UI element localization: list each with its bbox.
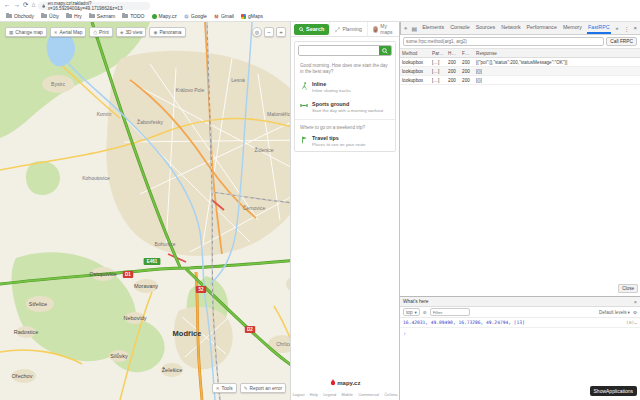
- drawer-tab[interactable]: What's here: [403, 299, 428, 304]
- frpc-table-row[interactable]: lookupbox[…]200200[{}]: [400, 76, 640, 85]
- zoom-in-button[interactable]: +: [276, 27, 286, 37]
- devtools-tab-network[interactable]: Network: [500, 22, 521, 34]
- screen: ← → ⟳ ⌂ en.mapy.cz/zakladni?x=16.5929400…: [0, 0, 640, 400]
- home-icon[interactable]: ⌂: [31, 2, 35, 9]
- gmail-icon: M: [214, 14, 219, 19]
- footer-link-čeština[interactable]: Čeština: [379, 392, 398, 397]
- tools-icon: ✕: [216, 386, 220, 391]
- inspect-icon[interactable]: ⌖: [404, 25, 407, 32]
- locate-icon[interactable]: ◎: [252, 27, 262, 37]
- bookmark-google[interactable]: GGoogle: [184, 13, 207, 19]
- mapy-icon: [152, 14, 157, 19]
- map-label: Ostopovice: [89, 271, 117, 277]
- map-button-print[interactable]: ⎙Print: [89, 27, 112, 37]
- bookmark-todo[interactable]: TODO: [122, 13, 144, 19]
- bookmark-účty[interactable]: Účty: [41, 13, 59, 19]
- forward-icon[interactable]: →: [14, 2, 21, 9]
- tab-my-maps[interactable]: My maps: [367, 22, 399, 36]
- reload-icon[interactable]: ⟳: [23, 2, 28, 9]
- frpc-table-row[interactable]: lookupbox[…]200200[{}]: [400, 67, 640, 76]
- gmaps-icon: [241, 14, 246, 19]
- cell-frpc: 200: [460, 67, 474, 75]
- more-tabs-icon[interactable]: »: [615, 23, 620, 33]
- cell-frpc: 200: [460, 76, 474, 84]
- devtools-tab-memory[interactable]: Memory: [562, 22, 583, 34]
- map-label: Želešice: [162, 366, 182, 373]
- search-input[interactable]: [299, 46, 379, 55]
- close-button[interactable]: Close: [618, 284, 638, 293]
- map-button-report-an-error[interactable]: ✎Report an error: [240, 383, 286, 393]
- suggestion-subtitle: Places to see on your route: [312, 142, 365, 147]
- cell-params: […]: [430, 58, 446, 66]
- show-applications-tooltip[interactable]: ShowApplications: [590, 386, 637, 396]
- zoom-out-button[interactable]: −: [264, 27, 274, 37]
- bookmark-gmail[interactable]: MGmail: [214, 13, 234, 19]
- sports-ground-icon: [300, 101, 308, 109]
- console-filter-input[interactable]: [430, 308, 470, 316]
- devtools-close-icon[interactable]: ×: [633, 25, 637, 32]
- console-message: 16.42031, 49.09490, 16.73286, 49.24794, …: [400, 318, 640, 328]
- tab-planning[interactable]: Planning: [329, 22, 366, 36]
- bookmark-obchody[interactable]: Obchody: [6, 13, 34, 19]
- footer-link-logout[interactable]: Logout: [293, 392, 305, 397]
- panorama-icon: ◉: [153, 30, 157, 35]
- call-frpc-button[interactable]: Call FRPC: [606, 37, 637, 46]
- lock-icon: [42, 4, 45, 8]
- map-button-label: Print: [99, 30, 109, 35]
- suggestion-sports-ground[interactable]: Sports ground Start the day with a morni…: [295, 97, 395, 117]
- map-button-aerial-map[interactable]: ✕Aerial Map: [50, 27, 87, 37]
- mapy-flame-icon: [330, 379, 336, 386]
- footer-link-mobile[interactable]: Mobile: [336, 392, 353, 397]
- map-canvas[interactable]: E461D1D152D2E461 BRNOModřiceStřeliceOsto…: [0, 22, 290, 400]
- footer-link-commercial[interactable]: Commercial: [353, 392, 379, 397]
- search-icon: [299, 27, 304, 32]
- map-button-change-map[interactable]: ▦Change map: [5, 27, 47, 37]
- bookmark-hry[interactable]: Hry: [66, 13, 82, 19]
- devtools-tab-elements[interactable]: Elements: [421, 22, 445, 34]
- cell-http: 200: [446, 67, 460, 75]
- url-text: en.mapy.cz/zakladni?x=16.5929400&y=49.17…: [48, 1, 147, 11]
- column-header-http: HTTP: [446, 49, 460, 57]
- devtools-drawer: What's here × top ▾ ⊘ Default levels ▾ ⚙: [400, 296, 640, 400]
- console-source-link[interactable]: (m)…: [626, 320, 637, 325]
- footer-link-help[interactable]: Help: [305, 392, 318, 397]
- map-label: Silůvky: [110, 353, 128, 359]
- suggestion-inline[interactable]: Inline Inline skating tracks: [295, 77, 395, 97]
- console-settings-icon[interactable]: ⚙: [633, 310, 637, 315]
- console-levels-select[interactable]: Default levels ▾: [599, 310, 630, 315]
- map-button-panorama[interactable]: ◉Panorama: [149, 27, 185, 37]
- clear-console-icon[interactable]: ⊘: [423, 310, 427, 315]
- map-button-3d-view[interactable]: ◈3D view: [116, 27, 147, 37]
- address-bar[interactable]: en.mapy.cz/zakladni?x=16.5929400&y=49.17…: [38, 2, 150, 10]
- tab-planning-label: Planning: [342, 26, 361, 32]
- report-an-error-icon: ✎: [244, 386, 248, 391]
- bookmark-seznam[interactable]: Seznam: [89, 13, 115, 19]
- devtools-tab-fastrpc[interactable]: FastRPC: [587, 22, 611, 34]
- map-label: Lesná: [231, 77, 245, 83]
- suggestion-travel-tips[interactable]: Travel tips Places to see on your route: [295, 131, 395, 151]
- map-button-tools[interactable]: ✕Tools: [212, 383, 237, 393]
- map-label: Nebovidy: [124, 315, 147, 321]
- console-prompt[interactable]: ›: [400, 328, 640, 338]
- devtools-tab-console[interactable]: Console: [449, 22, 470, 34]
- search-submit-button[interactable]: [379, 46, 391, 55]
- folder-icon: [122, 14, 128, 19]
- bookmark-mapy.cz[interactable]: Mapy.cz: [152, 13, 177, 19]
- drawer-tabbar: What's here ×: [400, 297, 640, 307]
- devtools-tab-performance[interactable]: Performance: [526, 22, 558, 34]
- frpc-method-input[interactable]: [403, 37, 604, 46]
- drawer-close-icon[interactable]: ×: [634, 299, 637, 305]
- bookmark-label: gMaps: [248, 13, 263, 19]
- back-icon[interactable]: ←: [4, 2, 11, 9]
- devtools-menu-icon[interactable]: ⋮: [623, 25, 629, 32]
- device-toolbar-icon[interactable]: ▤: [411, 25, 417, 32]
- column-header-params: Params: [430, 49, 446, 57]
- bookmark-gmaps[interactable]: gMaps: [241, 13, 263, 19]
- chevron-down-icon: ▾: [628, 310, 630, 315]
- map-bottom-buttons: ✕Tools✎Report an error: [212, 383, 286, 393]
- frpc-table-row[interactable]: lookupbox[…]200200[{"poi":[],"status":20…: [400, 58, 640, 67]
- footer-link-legend[interactable]: Legend: [318, 392, 336, 397]
- devtools-tab-sources[interactable]: Sources: [475, 22, 496, 34]
- tab-search[interactable]: Search: [294, 24, 329, 35]
- console-context-select[interactable]: top ▾: [403, 308, 420, 316]
